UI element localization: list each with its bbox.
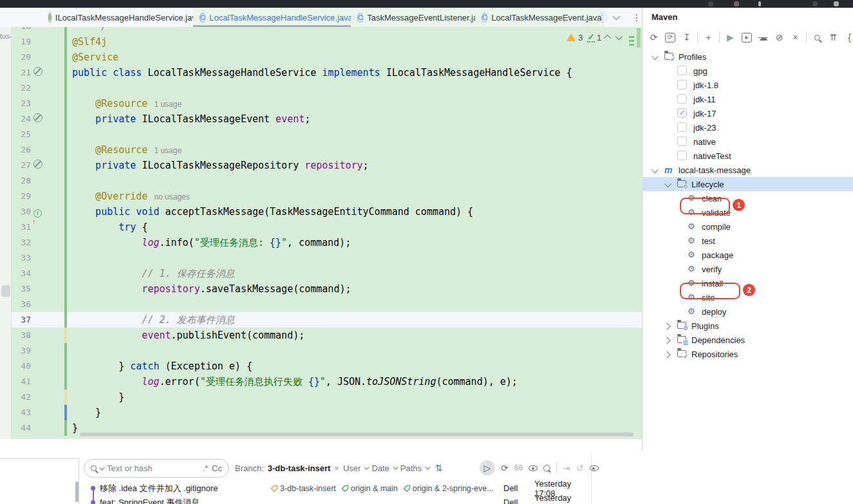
chevron-down-icon[interactable] <box>651 53 659 60</box>
reload-projects-icon[interactable]: ⟳ <box>665 33 675 42</box>
commit-row[interactable]: feat: SpringEvent 事件消息DellYesterday 17:0… <box>84 496 591 504</box>
execute-goal-icon[interactable]: ▸ <box>742 33 752 42</box>
checkbox-icon[interactable] <box>677 66 687 75</box>
checkbox-icon[interactable] <box>677 94 687 104</box>
code-line[interactable]: 23 @Resource 1 usage <box>12 96 642 111</box>
editor-tab[interactable]: CLocalTaskMessageEvent.java <box>475 8 604 27</box>
code-line[interactable]: 31 try { <box>12 219 642 235</box>
maven-tree-item-native[interactable]: native <box>642 135 853 149</box>
maven-tree-item-dependencies[interactable]: ▥Dependencies <box>642 333 853 347</box>
search-options-chevron-icon[interactable] <box>99 465 104 470</box>
code-line[interactable]: 37 // 2. 发布事件消息 <box>12 312 642 328</box>
maven-tree-item-jdk-23[interactable]: jdk-23 <box>642 120 853 135</box>
titlebar-icon[interactable] <box>758 1 761 6</box>
maven-tree-item-package[interactable]: ⚙package <box>642 248 853 262</box>
paths-filter[interactable]: Paths <box>400 463 429 473</box>
code-line[interactable]: 34 // 1. 保存任务消息 <box>12 266 642 281</box>
checkbox-checked-icon[interactable]: ✓ <box>677 108 687 118</box>
code-line[interactable]: 41 log.error("受理任务消息执行失败 {}", JSON.toJSO… <box>12 374 642 389</box>
refresh-icon[interactable]: ⟳ <box>501 463 509 473</box>
sort-icon[interactable]: ⇅ <box>435 463 443 473</box>
expand-all-icon[interactable]: ⇈ <box>825 32 841 42</box>
chevron-right-icon[interactable] <box>663 351 670 358</box>
checkbox-icon[interactable] <box>677 122 687 132</box>
chevron-down-icon[interactable] <box>651 166 659 173</box>
braces-icon[interactable]: { <box>841 32 853 42</box>
code-line[interactable]: 27 private ILocalTaskMessageRepository r… <box>12 158 642 173</box>
code-line[interactable]: 25 <box>12 127 642 142</box>
rollback-icon[interactable]: ↺ <box>576 463 584 473</box>
navigate-icon[interactable]: ⇥ <box>563 463 570 473</box>
code-line[interactable]: 43 } <box>12 405 642 420</box>
go-to-hash-button[interactable]: ▷ <box>480 460 495 476</box>
titlebar-minimize-icon[interactable] <box>834 1 839 6</box>
git-search-field[interactable]: Text or hash .* Cc <box>84 459 229 478</box>
code-line[interactable]: 33 <box>12 250 642 266</box>
code-line[interactable]: 26 @Resource 1 usage <box>12 142 642 158</box>
code-editor[interactable]: 18 */19@Slf4j20@Service21public class Lo… <box>12 27 642 439</box>
code-line[interactable]: 19@Slf4j <box>12 34 642 50</box>
titlebar-icon[interactable] <box>812 1 818 6</box>
maven-tree-item-gpg[interactable]: gpg <box>642 64 853 78</box>
date-filter[interactable]: Date <box>371 463 396 473</box>
add-icon[interactable]: + <box>700 32 717 42</box>
code-line[interactable]: 22 <box>12 80 642 96</box>
user-filter[interactable]: User <box>343 463 368 473</box>
code-line[interactable]: 28 <box>12 173 642 189</box>
editor-tab[interactable]: CLocalTaskMessageHandleService.java× <box>193 8 362 27</box>
horizontal-scrollbar[interactable] <box>80 433 633 436</box>
checkbox-icon[interactable] <box>677 151 687 160</box>
branch-ref[interactable]: origin & main <box>341 484 398 493</box>
chevron-right-icon[interactable] <box>663 322 670 330</box>
maven-tree-item-plugins[interactable]: ⚙Plugins <box>642 319 853 333</box>
maven-tree-item-validate[interactable]: ⚙validate <box>642 205 853 219</box>
spring-bean-icon[interactable] <box>33 160 45 171</box>
cherry-pick-icon[interactable]: 66 <box>514 463 523 472</box>
tab-list-chevron-icon[interactable] <box>613 13 620 20</box>
git-panel-splitter[interactable] <box>79 458 79 504</box>
prev-issue-icon[interactable] <box>604 35 611 42</box>
code-line[interactable]: 20@Service <box>12 50 642 65</box>
sync-icon[interactable]: ⟳ <box>646 32 662 42</box>
checkbox-icon[interactable] <box>677 80 687 89</box>
regex-toggle[interactable]: .* <box>202 463 208 473</box>
commit-row[interactable]: 移除 .idea 文件并加入 .gitignore3-db-task-inser… <box>84 481 591 495</box>
match-case-toggle[interactable]: Cc <box>212 463 222 473</box>
chevron-right-icon[interactable] <box>663 337 670 344</box>
titlebar-icon[interactable] <box>734 1 739 6</box>
branch-filter-value[interactable]: 3-db-task-insert <box>268 463 331 473</box>
code-line[interactable]: 42 } <box>12 389 642 405</box>
maven-tree-item-deploy[interactable]: ⚙deploy <box>642 304 853 319</box>
maven-tree-item-verify[interactable]: ⚙verify <box>642 262 853 276</box>
implements-method-icon[interactable]: I↑ <box>33 206 45 218</box>
offline-mode-icon[interactable]: ☁ <box>755 32 771 42</box>
code-line[interactable]: 36 <box>12 297 642 312</box>
code-line[interactable]: 29 @Override no usages <box>12 189 642 204</box>
git-scrollbar-thumb[interactable] <box>75 481 79 502</box>
view-options-icon[interactable] <box>529 465 538 471</box>
branch-ref[interactable]: origin & 2-spring-eve... <box>403 484 494 493</box>
analyze-dependencies-icon[interactable] <box>809 32 825 42</box>
find-icon[interactable] <box>543 465 550 472</box>
maven-tree-item-jdk-11[interactable]: jdk-11 <box>642 92 853 106</box>
preview-diff-icon[interactable] <box>590 465 599 471</box>
code-line[interactable]: 18 */ <box>12 27 642 34</box>
run-icon[interactable]: ▶ <box>722 32 738 42</box>
maven-tree-item-test[interactable]: ⚙test <box>642 234 853 248</box>
code-line[interactable]: 21public class LocalTaskMessageHandleSer… <box>12 65 642 80</box>
editor-tab[interactable]: IILocalTaskMessageHandleService.java <box>42 8 204 27</box>
download-sources-icon[interactable]: ↧ <box>679 32 695 42</box>
code-line[interactable]: 30I↑ public void acceptTaskMessage(TaskM… <box>12 204 642 219</box>
maven-tree-item-profiles[interactable]: ✓Profiles <box>642 50 853 64</box>
code-line[interactable]: 32 log.info("受理任务消息: {}", command); <box>12 235 642 250</box>
code-line[interactable]: 38 event.publishEvent(command); <box>12 328 642 343</box>
editor-tab[interactable]: CTaskMessageEventListener.java <box>351 8 486 27</box>
maven-tree-item-lifecycle[interactable]: ⚙Lifecycle <box>642 177 853 191</box>
code-line[interactable]: 24 private ILocalTaskMessageEvent event; <box>12 111 642 127</box>
tool-stripe-thumb[interactable] <box>1 285 10 297</box>
spring-bean-icon[interactable] <box>33 67 45 79</box>
close-icon[interactable]: × <box>787 32 803 42</box>
code-line[interactable]: 39 <box>12 343 642 359</box>
maven-tree-item-compile[interactable]: ⚙compile <box>642 219 853 234</box>
branch-ref[interactable]: 3-db-task-insert <box>270 484 336 493</box>
